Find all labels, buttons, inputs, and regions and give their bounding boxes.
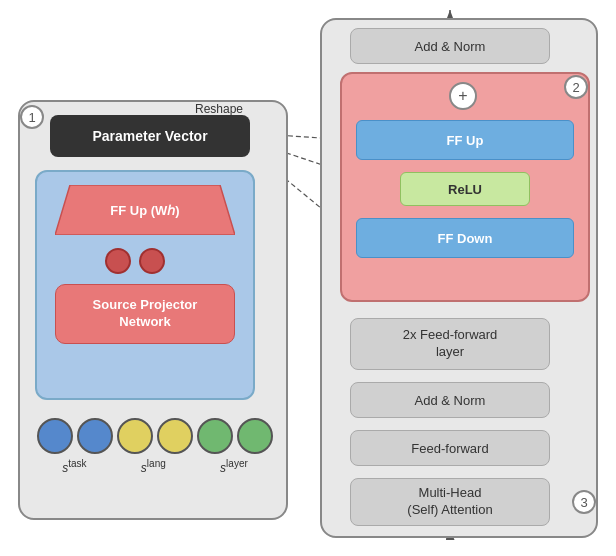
add-norm-bottom-box: Add & Norm xyxy=(350,382,550,418)
ff-layer-label: 2x Feed-forward layer xyxy=(403,327,498,361)
multihead-box: Multi-Head (Self) Attention xyxy=(350,478,550,526)
panel-1-number: 1 xyxy=(20,105,44,129)
multihead-label: Multi-Head (Self) Attention xyxy=(407,485,492,519)
small-circles-row xyxy=(105,248,165,274)
param-vector-box: Parameter Vector xyxy=(50,115,250,157)
add-norm-top-label: Add & Norm xyxy=(415,39,486,54)
source-projector-label: Source Projector Network xyxy=(93,297,198,331)
source-projector-box: Source Projector Network xyxy=(55,284,235,344)
label-layer: slayer xyxy=(220,458,248,475)
ff-up-box: FF Up xyxy=(356,120,574,160)
circle-layer-1 xyxy=(197,418,233,454)
plus-circle: + xyxy=(449,82,477,110)
diagram-container: 1 Parameter Vector FF Up (Wℎ) Source Pro… xyxy=(0,0,616,556)
feedforward-label: Feed-forward xyxy=(411,441,488,456)
reshape-label: Reshape xyxy=(195,102,243,116)
add-norm-bottom-label: Add & Norm xyxy=(415,393,486,408)
circle-task-1 xyxy=(37,418,73,454)
label-lang: slang xyxy=(141,458,166,475)
circle-task-2 xyxy=(77,418,113,454)
circle-lang-1 xyxy=(117,418,153,454)
add-norm-top-box: Add & Norm xyxy=(350,28,550,64)
ff-up-wh-container: FF Up (Wℎ) xyxy=(55,185,235,235)
panel-2-number: 2 xyxy=(564,75,588,99)
panel-3-number: 3 xyxy=(572,490,596,514)
ff-up-label: FF Up xyxy=(447,133,484,148)
input-circles-row xyxy=(35,418,275,454)
small-circle-1 xyxy=(105,248,131,274)
label-task: stask xyxy=(62,458,86,475)
relu-box: ReLU xyxy=(400,172,530,206)
ff-layer-box: 2x Feed-forward layer xyxy=(350,318,550,370)
ff-down-box: FF Down xyxy=(356,218,574,258)
circle-layer-2 xyxy=(237,418,273,454)
circle-labels-row: stask slang slayer xyxy=(35,458,275,475)
feedforward-box: Feed-forward xyxy=(350,430,550,466)
relu-label: ReLU xyxy=(448,182,482,197)
circle-lang-2 xyxy=(157,418,193,454)
ff-down-label: FF Down xyxy=(438,231,493,246)
svg-text:FF Up (Wℎ): FF Up (Wℎ) xyxy=(110,203,179,218)
small-circle-2 xyxy=(139,248,165,274)
param-vector-label: Parameter Vector xyxy=(92,128,207,144)
